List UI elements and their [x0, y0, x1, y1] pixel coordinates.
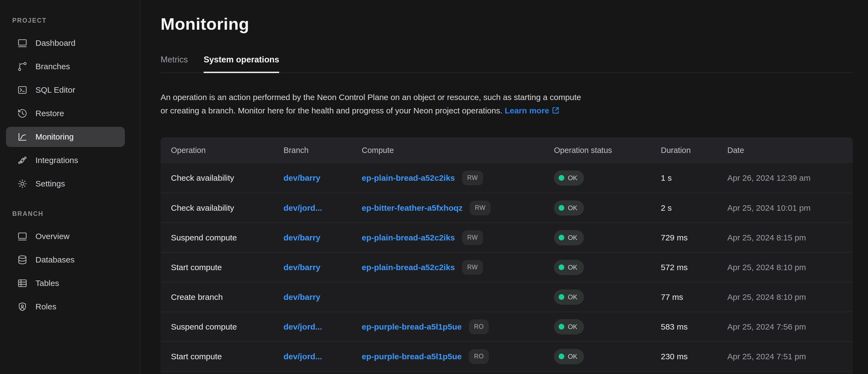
- sidebar-item-branches[interactable]: Branches: [6, 56, 125, 76]
- status-ok-dot-icon: [559, 324, 564, 330]
- gear-icon: [17, 178, 28, 189]
- sidebar-item-monitoring[interactable]: Monitoring: [6, 127, 125, 147]
- integrations-icon: [17, 155, 28, 166]
- operation-cell: Suspend compute: [171, 233, 283, 242]
- sidebar-item-label: Databases: [35, 255, 74, 264]
- operation-cell: Create branch: [171, 292, 283, 302]
- tab-bar: Metrics System operations: [161, 55, 853, 73]
- tab-metrics[interactable]: Metrics: [161, 55, 188, 73]
- compute-mode-badge: RW: [462, 230, 483, 245]
- status-ok-dot-icon: [559, 294, 564, 300]
- sidebar-item-label: Monitoring: [35, 132, 73, 142]
- learn-more-link[interactable]: Learn more: [505, 106, 559, 115]
- compute-link[interactable]: ep-bitter-feather-a5fxhoqz: [362, 204, 463, 213]
- database-icon: [17, 254, 28, 265]
- sidebar-item-label: Branches: [35, 62, 70, 71]
- branch-link[interactable]: dev/jord...: [283, 322, 322, 331]
- date-cell: Apr 25, 2024 8:10 pm: [727, 292, 853, 302]
- date-cell: Apr 25, 2024 10:01 pm: [727, 204, 853, 213]
- sidebar-item-label: Tables: [35, 279, 59, 288]
- compute-link[interactable]: ep-plain-bread-a52c2iks: [362, 174, 455, 183]
- operation-cell: Start compute: [171, 352, 283, 361]
- sidebar-item-dashboard[interactable]: Dashboard: [6, 33, 125, 53]
- sidebar-item-label: Restore: [35, 109, 64, 118]
- status-badge: OK: [554, 319, 584, 335]
- status-badge: OK: [554, 289, 584, 305]
- date-cell: Apr 25, 2024 8:10 pm: [727, 263, 853, 272]
- compute-link[interactable]: ep-purple-bread-a5l1p5ue: [362, 322, 462, 332]
- date-cell: Apr 25, 2024 7:51 pm: [727, 352, 853, 361]
- sidebar-item-restore[interactable]: Restore: [6, 103, 125, 123]
- status-label: OK: [568, 293, 578, 301]
- status-ok-dot-icon: [559, 235, 564, 241]
- branch-link[interactable]: dev/jord...: [283, 204, 322, 212]
- overview-window-icon: [17, 231, 28, 242]
- compute-link[interactable]: ep-plain-bread-a52c2iks: [362, 233, 455, 242]
- operation-cell: Check availability: [171, 174, 283, 183]
- description-line2: or creating a branch. Monitor here for t…: [161, 104, 853, 117]
- description-text: An operation is an action performed by t…: [161, 91, 853, 117]
- date-cell: Apr 25, 2024 7:56 pm: [727, 322, 853, 332]
- restore-history-icon: [17, 108, 28, 119]
- date-cell: Apr 25, 2024 8:15 pm: [727, 233, 853, 242]
- duration-cell: 572 ms: [661, 263, 727, 272]
- table-body: Check availability dev/barry ep-plain-br…: [161, 163, 853, 371]
- git-branch-icon: [17, 61, 28, 72]
- table-row: Check availability dev/jord... ep-bitter…: [161, 193, 853, 222]
- column-header-date: Date: [727, 146, 853, 155]
- status-label: OK: [568, 263, 578, 271]
- duration-cell: 1 s: [661, 174, 727, 183]
- sidebar-section-label: PROJECT: [0, 17, 140, 24]
- status-label: OK: [568, 174, 578, 182]
- sidebar-item-settings[interactable]: Settings: [6, 174, 125, 194]
- duration-cell: 583 ms: [661, 322, 727, 332]
- sidebar-section-branch: BRANCH Overview Databases Tables Roles: [0, 210, 140, 317]
- sidebar-item-label: Roles: [35, 302, 56, 311]
- date-cell: Apr 26, 2024 12:39 am: [727, 174, 853, 183]
- duration-cell: 729 ms: [661, 233, 727, 242]
- branch-link[interactable]: dev/barry: [283, 233, 320, 242]
- sidebar-item-tables[interactable]: Tables: [6, 273, 125, 293]
- sidebar-item-integrations[interactable]: Integrations: [6, 150, 125, 170]
- main-content: Monitoring Metrics System operations An …: [140, 0, 868, 374]
- branch-link[interactable]: dev/jord...: [283, 352, 322, 361]
- sidebar-item-overview[interactable]: Overview: [6, 226, 125, 246]
- status-badge: OK: [554, 349, 584, 364]
- sidebar: PROJECT Dashboard Branches SQL Editor Re…: [0, 0, 140, 374]
- branch-link[interactable]: dev/barry: [283, 263, 320, 272]
- table-row: Start compute dev/jord... ep-purple-brea…: [161, 341, 853, 371]
- status-badge: OK: [554, 230, 584, 245]
- table-grid-icon: [17, 278, 28, 289]
- duration-cell: 77 ms: [661, 292, 727, 302]
- operations-table: Operation Branch Compute Operation statu…: [161, 137, 853, 374]
- compute-mode-badge: RO: [469, 319, 489, 334]
- compute-mode-badge: RO: [469, 349, 489, 364]
- sidebar-item-label: Settings: [35, 179, 65, 188]
- status-badge: OK: [554, 170, 584, 186]
- compute-mode-badge: RW: [462, 260, 483, 275]
- external-link-icon: [552, 106, 560, 115]
- sidebar-item-label: Dashboard: [35, 38, 75, 48]
- sidebar-item-sql-editor[interactable]: SQL Editor: [6, 80, 125, 100]
- page-title: Monitoring: [161, 14, 853, 34]
- operation-cell: Suspend compute: [171, 322, 283, 332]
- status-label: OK: [568, 353, 578, 361]
- status-badge: OK: [554, 260, 584, 275]
- branch-link[interactable]: dev/barry: [283, 174, 320, 182]
- duration-cell: 230 ms: [661, 352, 727, 361]
- column-header-compute: Compute: [362, 146, 554, 155]
- operation-cell: Start compute: [171, 263, 283, 272]
- sidebar-item-roles[interactable]: Roles: [6, 297, 125, 317]
- tab-system-operations[interactable]: System operations: [204, 55, 279, 73]
- operation-cell: Check availability: [171, 204, 283, 213]
- table-row: Suspend compute dev/jord... ep-purple-br…: [161, 312, 853, 341]
- sidebar-item-databases[interactable]: Databases: [6, 250, 125, 270]
- compute-link[interactable]: ep-purple-bread-a5l1p5ue: [362, 352, 462, 361]
- status-ok-dot-icon: [559, 353, 564, 359]
- table-row: Check availability dev/barry ep-plain-br…: [161, 163, 853, 193]
- table-row: Suspend compute dev/barry ep-plain-bread…: [161, 222, 853, 252]
- branch-link[interactable]: dev/barry: [283, 292, 320, 302]
- sidebar-item-label: Overview: [35, 232, 69, 241]
- table-row: Create branch dev/barry OK 77 ms Apr 25,…: [161, 282, 853, 312]
- compute-link[interactable]: ep-plain-bread-a52c2iks: [362, 263, 455, 272]
